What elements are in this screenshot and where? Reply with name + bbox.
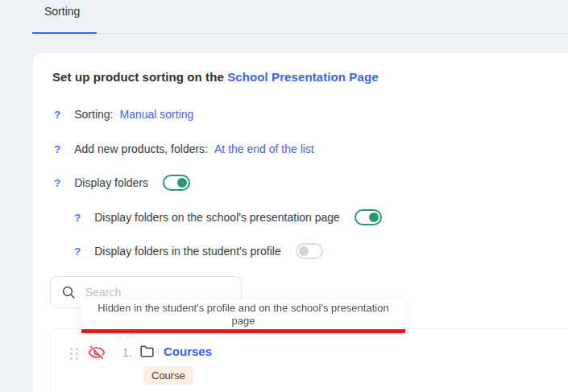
help-icon[interactable]: ? <box>54 177 60 189</box>
sorting-settings-page: Sorting Set up product sorting on the Sc… <box>0 0 568 392</box>
setting-label: Add new products, folders: <box>74 142 208 155</box>
help-icon[interactable]: ? <box>74 212 81 224</box>
search-input[interactable] <box>85 286 230 299</box>
help-icon[interactable]: ? <box>54 109 60 121</box>
folders-presentation-toggle[interactable] <box>354 209 382 225</box>
help-icon[interactable]: ? <box>54 143 60 155</box>
item-type-badge: Course <box>143 366 193 385</box>
setting-row-add-new: ? Add new products, folders: At the end … <box>54 141 314 157</box>
tab-bar-divider <box>32 33 568 34</box>
setting-row-folders-presentation: ? Display folders on the school's presen… <box>74 209 382 225</box>
search-icon <box>61 285 76 299</box>
setting-label: Sorting: <box>74 108 113 121</box>
school-presentation-page-link[interactable]: School Presentation Page <box>227 70 378 84</box>
tab-sorting[interactable]: Sorting <box>44 5 80 18</box>
tooltip: Hidden in the student's profile and on t… <box>81 299 405 333</box>
setting-label: Display folders on the school's presenta… <box>94 211 340 224</box>
folders-profile-toggle[interactable] <box>296 243 323 259</box>
help-icon[interactable]: ? <box>74 246 81 258</box>
folder-icon <box>139 343 155 363</box>
active-tab-indicator <box>32 32 97 34</box>
tooltip-arrow <box>118 333 131 339</box>
tooltip-text: Hidden in the student's profile and on t… <box>81 299 405 329</box>
sorting-mode-link[interactable]: Manual sorting <box>120 108 194 121</box>
settings-card: Set up product sorting on the School Pre… <box>33 53 568 392</box>
drag-handle-icon[interactable] <box>70 348 78 360</box>
page-title: Set up product sorting on the School Pre… <box>52 70 379 84</box>
setting-row-folders-profile: ? Display folders in the student's profi… <box>74 243 323 259</box>
item-order-number: 1. <box>122 346 132 359</box>
item-name-link[interactable]: Courses <box>164 345 212 358</box>
setting-label: Display folders <box>74 176 148 189</box>
setting-label: Display folders in the student's profile <box>94 245 280 258</box>
page-title-text: Set up product sorting on the <box>52 70 227 84</box>
setting-row-sorting: ? Sorting: Manual sorting <box>54 106 193 122</box>
hidden-eye-icon[interactable] <box>87 343 106 362</box>
add-position-link[interactable]: At the end of the list <box>214 142 314 155</box>
setting-row-display-folders: ? Display folders <box>54 175 190 191</box>
display-folders-toggle[interactable] <box>163 175 190 191</box>
